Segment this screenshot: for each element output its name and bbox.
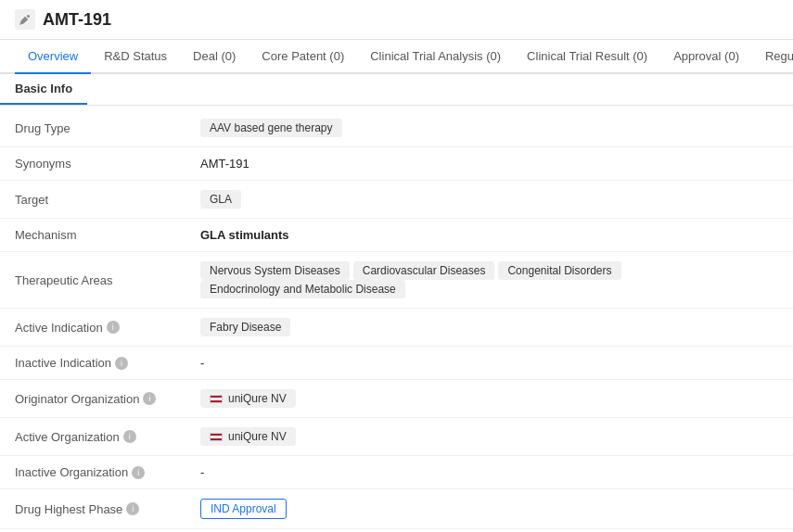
org-flag xyxy=(210,395,223,403)
field-label: Mechanism xyxy=(0,219,185,252)
tag: Cardiovascular Diseases xyxy=(353,261,495,280)
info-table: Drug TypeAAV based gene therapySynonymsA… xyxy=(0,109,793,532)
org-tag: uniQure NV xyxy=(200,427,296,446)
svg-line-1 xyxy=(20,23,22,25)
field-label: First Approval Date(Global) xyxy=(0,529,185,533)
tag: AAV based gene therapy xyxy=(200,119,342,137)
tab-approval[interactable]: Approval (0) xyxy=(660,40,752,74)
field-value: uniQure NV xyxy=(185,380,793,418)
field-label: Therapeutic Areas xyxy=(0,252,185,309)
svg-point-0 xyxy=(27,15,30,18)
field-value: uniQure NV xyxy=(185,418,793,456)
tag: Congenital Disorders xyxy=(498,261,620,280)
field-label: Originator Organization xyxy=(15,392,139,406)
info-icon[interactable]: i xyxy=(143,392,156,405)
table-row: Drug Highest PhaseiIND Approval xyxy=(0,489,793,529)
tag: GLA xyxy=(200,190,241,209)
field-value: - xyxy=(185,347,793,380)
field-value: AMT-191 xyxy=(185,147,793,181)
section-header: Basic Info xyxy=(0,74,87,105)
tab-regulation[interactable]: Regulation (0) xyxy=(752,40,793,74)
info-icon[interactable]: i xyxy=(107,321,120,334)
field-value: GLA xyxy=(185,181,793,219)
field-label: Drug Type xyxy=(0,109,185,147)
table-row: Active OrganizationiuniQure NV xyxy=(0,418,793,456)
field-label: Drug Highest Phase xyxy=(15,502,122,516)
field-value: AAV based gene therapy xyxy=(185,109,793,147)
tab-core-patent[interactable]: Core Patent (0) xyxy=(249,40,357,74)
info-icon[interactable]: i xyxy=(123,430,136,443)
table-row: TargetGLA xyxy=(0,181,793,219)
tab-rd-status[interactable]: R&D Status xyxy=(91,40,180,74)
table-row: Drug TypeAAV based gene therapy xyxy=(0,109,793,147)
title-bar: AMT-191 xyxy=(0,0,793,40)
page-title: AMT-191 xyxy=(43,10,111,30)
table-row: Inactive Organizationi- xyxy=(0,456,793,489)
field-label: Synonyms xyxy=(0,147,185,181)
tab-clinical-trial-result[interactable]: Clinical Trial Result (0) xyxy=(514,40,660,74)
org-flag xyxy=(210,433,223,441)
info-icon[interactable]: i xyxy=(132,466,145,479)
tag: Nervous System Diseases xyxy=(200,261,350,280)
field-label: Active Indication xyxy=(15,321,103,335)
field-value: - xyxy=(185,529,793,533)
field-label: Inactive Indication xyxy=(15,356,111,370)
table-row: First Approval Date(Global)- xyxy=(0,529,793,533)
title-icon xyxy=(15,9,35,30)
field-value: IND Approval xyxy=(185,489,793,529)
table-row: MechanismGLA stimulants xyxy=(0,219,793,252)
tag: Endocrinology and Metabolic Disease xyxy=(200,280,405,298)
tag: Fabry Disease xyxy=(200,318,290,336)
field-value: Nervous System DiseasesCardiovascular Di… xyxy=(185,252,793,309)
tab-clinical-trial-analysis[interactable]: Clinical Trial Analysis (0) xyxy=(357,40,514,74)
table-row: Inactive Indicationi- xyxy=(0,347,793,380)
field-label: Inactive Organization xyxy=(15,465,128,479)
table-row: Therapeutic AreasNervous System Diseases… xyxy=(0,252,793,309)
field-value: GLA stimulants xyxy=(185,219,793,252)
table-row: Originator OrganizationiuniQure NV xyxy=(0,380,793,418)
tab-overview[interactable]: Overview xyxy=(15,40,91,74)
field-value: - xyxy=(185,456,793,489)
field-label: Active Organization xyxy=(15,430,120,444)
info-icon[interactable]: i xyxy=(126,502,139,515)
tab-deal[interactable]: Deal (0) xyxy=(180,40,249,74)
table-row: Active IndicationiFabry Disease xyxy=(0,309,793,347)
nav-tabs: OverviewR&D StatusDeal (0)Core Patent (0… xyxy=(0,40,793,74)
table-row: SynonymsAMT-191 xyxy=(0,147,793,181)
badge-outline: IND Approval xyxy=(200,499,287,519)
field-value: Fabry Disease xyxy=(185,309,793,347)
info-icon[interactable]: i xyxy=(115,357,128,370)
field-label: Target xyxy=(0,181,185,219)
org-tag: uniQure NV xyxy=(200,389,296,408)
